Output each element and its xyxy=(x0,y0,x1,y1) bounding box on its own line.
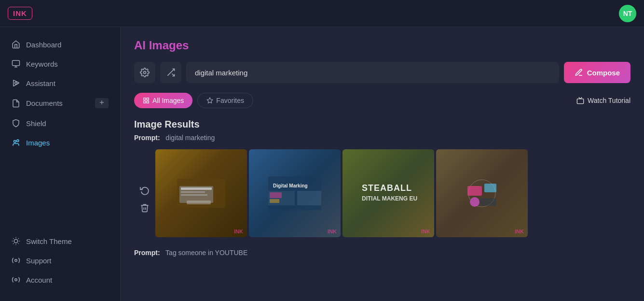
sidebar-item-label: Account xyxy=(26,276,52,284)
watch-tutorial-button[interactable]: Watch Tutorial xyxy=(576,97,630,104)
sidebar-item-label: Shield xyxy=(26,119,46,128)
refresh-image-button[interactable] xyxy=(140,186,150,195)
sidebar: Dashboard Keywords Assistant Documents xyxy=(0,27,121,301)
ink-badge: INK xyxy=(234,229,243,234)
svg-rect-28 xyxy=(181,187,212,190)
svg-line-9 xyxy=(13,238,14,239)
sidebar-item-label: Dashboard xyxy=(26,41,61,49)
svg-rect-20 xyxy=(144,98,146,100)
sidebar-item-dashboard[interactable]: Dashboard xyxy=(0,35,120,54)
keywords-icon xyxy=(12,59,20,68)
add-doc-badge[interactable] xyxy=(95,98,109,108)
tabs-row: All Images Favorites Watch Tutorial xyxy=(134,93,630,108)
sidebar-item-label: Assistant xyxy=(26,79,55,87)
settings-icon-button[interactable] xyxy=(134,62,155,83)
svg-text:STEABALL: STEABALL xyxy=(362,183,412,193)
ink-badge: INK xyxy=(328,229,337,234)
svg-rect-31 xyxy=(187,201,211,204)
prompt-value-1: digital marketing xyxy=(165,134,215,142)
svg-rect-41 xyxy=(467,186,482,196)
sidebar-item-documents[interactable]: Documents xyxy=(0,93,120,114)
tab-all-images[interactable]: All Images xyxy=(134,93,192,108)
sidebar-item-keywords[interactable]: Keywords xyxy=(0,54,120,73)
tab-favorites-label: Favorites xyxy=(216,97,244,104)
sidebar-item-label: Support xyxy=(26,257,52,265)
sidebar-item-switch-theme[interactable]: Switch Theme xyxy=(0,231,120,251)
svg-point-17 xyxy=(144,72,146,74)
svg-point-1 xyxy=(15,82,17,85)
home-icon xyxy=(12,40,20,49)
compose-button[interactable]: Compose xyxy=(564,62,630,83)
avatar[interactable]: NT xyxy=(619,5,636,22)
image-item-2[interactable]: Digital Marking INK xyxy=(249,149,341,237)
svg-rect-36 xyxy=(270,192,282,198)
search-input[interactable] xyxy=(186,62,559,83)
shuffle-icon-button[interactable] xyxy=(160,62,181,83)
svg-rect-35 xyxy=(297,191,321,205)
svg-rect-29 xyxy=(181,191,205,193)
sidebar-item-assistant[interactable]: Assistant xyxy=(0,73,120,93)
sidebar-item-shield[interactable]: Shield xyxy=(0,114,120,133)
svg-point-5 xyxy=(17,140,19,142)
assistant-icon xyxy=(12,79,20,87)
sun-icon xyxy=(12,237,20,245)
content-area: AI Images Compose All Images xyxy=(121,27,644,301)
sidebar-nav: Dashboard Keywords Assistant Documents xyxy=(0,35,120,231)
topbar: INK NT xyxy=(0,0,644,27)
sidebar-item-support[interactable]: Support xyxy=(0,251,120,270)
images-icon xyxy=(12,138,20,147)
tabs-left: All Images Favorites xyxy=(134,93,253,108)
svg-line-14 xyxy=(18,238,19,239)
search-row: Compose xyxy=(134,62,630,83)
svg-marker-24 xyxy=(207,98,213,103)
account-icon xyxy=(12,275,20,284)
image-actions xyxy=(134,186,155,213)
ink-badge: INK xyxy=(421,229,430,234)
svg-line-10 xyxy=(18,244,19,244)
svg-rect-23 xyxy=(147,101,149,103)
image-results-group: INK Digital Marking INK xyxy=(134,149,630,249)
svg-point-43 xyxy=(470,197,480,207)
svg-point-4 xyxy=(14,141,16,143)
svg-rect-21 xyxy=(147,98,149,100)
tab-all-images-label: All Images xyxy=(152,97,184,104)
svg-point-16 xyxy=(15,279,17,281)
support-icon xyxy=(12,256,20,265)
svg-rect-22 xyxy=(144,101,146,103)
sidebar-item-label: Switch Theme xyxy=(26,237,72,245)
sidebar-item-account[interactable]: Account xyxy=(0,270,120,289)
svg-rect-0 xyxy=(13,60,20,66)
documents-icon xyxy=(12,99,20,108)
svg-rect-44 xyxy=(480,198,496,206)
svg-rect-42 xyxy=(484,184,496,192)
svg-rect-30 xyxy=(181,194,207,196)
sidebar-item-label: Keywords xyxy=(26,60,58,68)
prompt-value-2: Tag someone in YOUTUBE xyxy=(165,249,247,257)
images-grid: INK Digital Marking INK xyxy=(155,149,528,237)
page-title: AI Images xyxy=(134,39,630,52)
tab-favorites[interactable]: Favorites xyxy=(197,93,253,108)
svg-rect-37 xyxy=(270,199,279,203)
compose-label: Compose xyxy=(587,69,620,77)
svg-text:Digital Marking: Digital Marking xyxy=(273,183,308,188)
svg-line-13 xyxy=(13,244,14,244)
ink-badge: INK xyxy=(515,229,524,234)
image-item-3[interactable]: STEABALL DITIAL MAKENG EU INK xyxy=(343,149,434,237)
image-results-title: Image Results xyxy=(134,119,630,130)
main-layout: Dashboard Keywords Assistant Documents xyxy=(0,27,644,301)
prompt-row-2: Prompt: Tag someone in YOUTUBE xyxy=(134,249,630,257)
sidebar-bottom: Switch Theme Support Account xyxy=(0,231,120,293)
image-item-4[interactable]: INK xyxy=(436,149,528,237)
shield-icon xyxy=(12,119,20,128)
delete-image-button[interactable] xyxy=(140,203,150,213)
prompt-row-1: Prompt: digital marketing xyxy=(134,134,630,142)
prompt-label: Prompt: xyxy=(134,134,160,142)
sidebar-item-images[interactable]: Images xyxy=(0,133,120,152)
image-item-1[interactable]: INK xyxy=(155,149,247,237)
logo[interactable]: INK xyxy=(8,7,32,20)
svg-point-6 xyxy=(14,239,18,243)
sidebar-item-label: Images xyxy=(26,139,50,147)
svg-text:DITIAL MAKENG EU: DITIAL MAKENG EU xyxy=(362,195,417,202)
svg-point-15 xyxy=(15,259,17,262)
prompt-label-2: Prompt: xyxy=(134,249,160,257)
